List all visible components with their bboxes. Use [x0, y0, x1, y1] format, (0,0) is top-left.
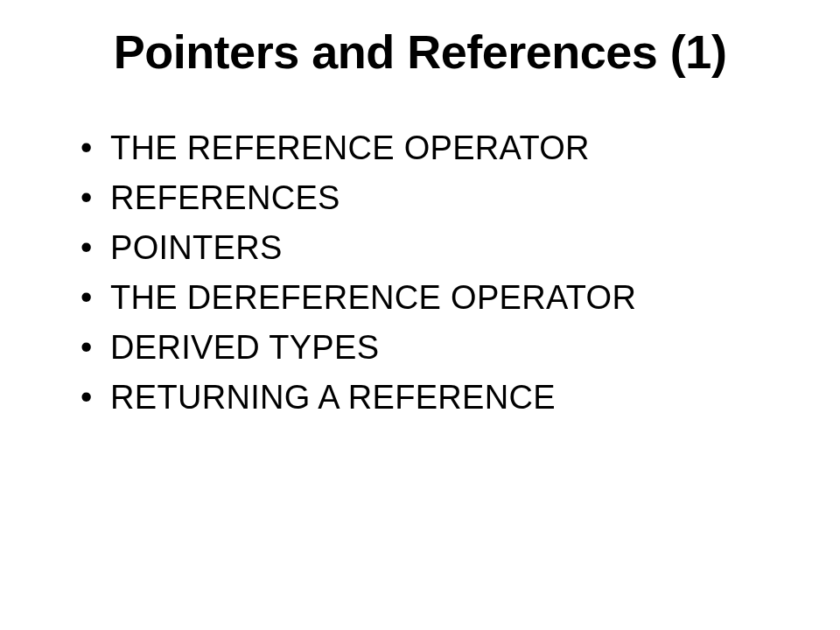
- list-item: THE REFERENCE OPERATOR: [80, 124, 788, 172]
- list-item: POINTERS: [80, 224, 788, 272]
- list-item: THE DEREFERENCE OPERATOR: [80, 274, 788, 322]
- slide-title: Pointers and References (1): [52, 24, 788, 79]
- bullet-list: THE REFERENCE OPERATOR REFERENCES POINTE…: [52, 124, 788, 423]
- list-item: RETURNING A REFERENCE: [80, 374, 788, 422]
- list-item: DERIVED TYPES: [80, 324, 788, 372]
- slide-container: Pointers and References (1) THE REFERENC…: [0, 0, 840, 630]
- list-item: REFERENCES: [80, 174, 788, 222]
